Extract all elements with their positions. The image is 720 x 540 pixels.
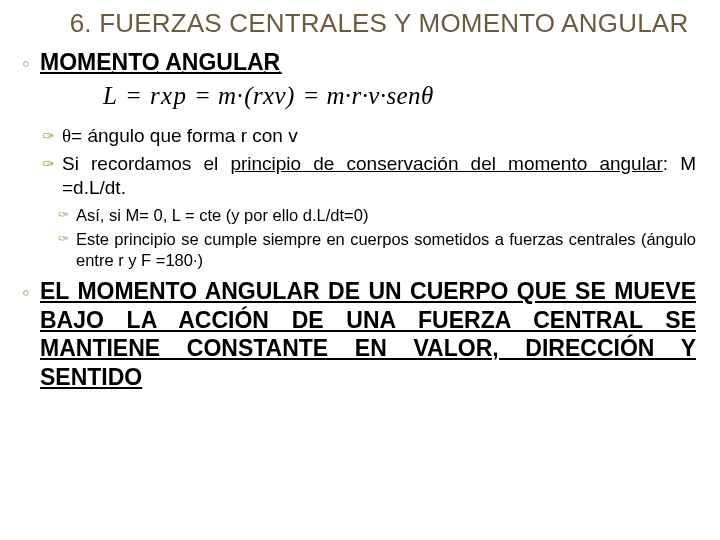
sym-dot: ·: [345, 82, 352, 109]
arrow-icon: ⇀: [173, 67, 188, 80]
sym-r2: r: [253, 82, 263, 109]
body-list: θ= ángulo que forma r con v Si recordamo…: [62, 124, 696, 271]
bullet-theta: θ= ángulo que forma r con v: [62, 124, 696, 148]
section-heading: MOMENTO ANGULAR: [40, 49, 696, 76]
sub-bullet-2: Este principio se cumple siempre en cuer…: [76, 229, 696, 271]
sub-list: Así, si M= 0, L = cte (y por ello d.L/dt…: [76, 205, 696, 271]
bullet-principio: Si recordamos el principio de conservaci…: [62, 152, 696, 271]
theta-symbol: θ: [62, 125, 71, 146]
sym-eq: =: [302, 82, 319, 109]
sym-r: r: [150, 82, 160, 109]
vec-L: ⇀L: [102, 82, 118, 110]
sym-dot: ·: [237, 82, 244, 109]
sym-eq: =: [125, 82, 142, 109]
arrow-icon: ⇀: [102, 67, 118, 80]
formula: ⇀L = ⇀rx⇀p = m·⇀ ⇀(rxv) = m·r·v·senθ: [102, 82, 696, 110]
sym-v2: v: [368, 82, 380, 109]
slide: 6. FUERZAS CENTRALES Y MOMENTO ANGULAR M…: [0, 0, 720, 540]
arrow-icon: ⇀: [149, 67, 161, 80]
sym-v: v: [275, 82, 287, 109]
sym-L: L: [103, 82, 117, 109]
sym-x: x: [161, 82, 173, 109]
sym-m: m: [218, 82, 236, 109]
sym-p: p: [174, 82, 187, 109]
sym-eq: =: [194, 82, 211, 109]
sym-x2: x: [263, 82, 275, 109]
bullet-principio-underline: principio de conservación del momento an…: [230, 153, 662, 174]
sub-bullet-1: Así, si M= 0, L = cte (y por ello d.L/dt…: [76, 205, 696, 226]
bullet-principio-a: Si recordamos el: [62, 153, 230, 174]
slide-title: 6. FUERZAS CENTRALES Y MOMENTO ANGULAR: [62, 8, 696, 39]
sym-theta: θ: [421, 82, 434, 109]
sym-lpar: (: [244, 82, 253, 109]
vec-p: ⇀p: [173, 82, 188, 110]
paren-group: ⇀ ⇀(rxv): [243, 82, 296, 110]
sym-rpar: ): [286, 82, 295, 109]
bullet-theta-text: = ángulo que forma r con v: [71, 125, 298, 146]
conclusion: EL MOMENTO ANGULAR DE UN CUERPO QUE SE M…: [40, 277, 696, 392]
sym-r3: r: [352, 82, 362, 109]
arrow-icon: ⇀ ⇀: [243, 67, 296, 80]
sym-sen: sen: [386, 82, 421, 109]
vec-r: ⇀r: [149, 82, 161, 110]
sym-m2: m: [326, 82, 344, 109]
